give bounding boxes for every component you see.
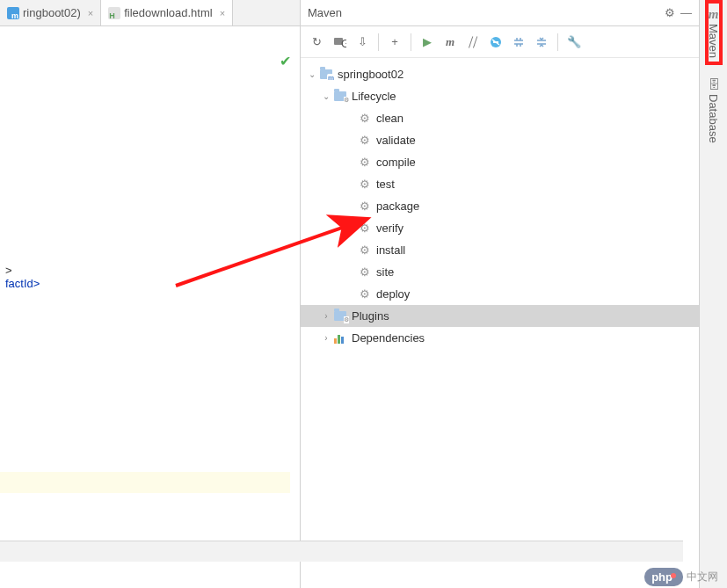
chevron-right-icon[interactable]: › [320, 311, 332, 321]
watermark: php 中文网 [644, 568, 718, 586]
tree-label: Lifecycle [352, 90, 396, 103]
tree-label: validate [376, 134, 416, 147]
folder-icon [332, 91, 348, 101]
tree-label: verify [376, 221, 403, 235]
maven-tree[interactable]: ⌄ springboot02 ⌄ Lifecycle ⚙ clean ⚙ val… [301, 58, 699, 588]
lifecycle-install[interactable]: ⚙ install [301, 239, 699, 261]
folder-icon [332, 311, 348, 321]
toggle-offline-button[interactable] [485, 32, 506, 53]
add-project-button[interactable]: + [384, 32, 405, 53]
html-file-icon [108, 7, 120, 19]
gear-icon: ⚙ [357, 134, 373, 147]
tree-plugins[interactable]: › Plugins [301, 305, 699, 327]
generate-sources-button[interactable]: G [329, 32, 350, 53]
gear-icon[interactable]: ⚙ [665, 6, 675, 19]
toggle-skip-tests-button[interactable]: ⧸⧸ [462, 32, 483, 53]
maven-toolbar: ↻ G ⇩ + ▶ m ⧸⧸ 🔧 [301, 26, 699, 58]
lifecycle-validate[interactable]: ⚙ validate [301, 129, 699, 151]
gear-icon: ⚙ [357, 221, 373, 235]
lifecycle-clean[interactable]: ⚙ clean [301, 107, 699, 129]
close-icon[interactable]: × [220, 8, 225, 18]
maven-file-icon [7, 7, 19, 19]
chevron-right-icon[interactable]: › [320, 333, 332, 343]
tree-label: compile [376, 156, 416, 169]
download-sources-button[interactable]: ⇩ [352, 32, 373, 53]
gear-icon: ⚙ [357, 200, 373, 213]
chevron-down-icon[interactable]: ⌄ [320, 91, 332, 101]
editor-tab-ringboot02[interactable]: ringboot02) × [0, 0, 101, 25]
maven-settings-button[interactable]: 🔧 [563, 32, 585, 53]
toolbar-separator [411, 33, 411, 51]
code-line: factId> [5, 277, 294, 290]
maven-panel-header: Maven ⚙ — [301, 0, 699, 26]
chevron-down-icon[interactable]: ⌄ [306, 69, 318, 79]
lifecycle-package[interactable]: ⚙ package [301, 195, 699, 217]
toolbar-separator [557, 33, 558, 51]
dependencies-icon [332, 333, 348, 344]
php-badge: php [644, 568, 683, 586]
tree-label: clean [376, 112, 403, 125]
run-button[interactable]: ▶ [417, 32, 438, 53]
gear-icon: ⚙ [357, 156, 373, 169]
lifecycle-test[interactable]: ⚙ test [301, 173, 699, 195]
tree-label: test [376, 178, 395, 191]
lifecycle-verify[interactable]: ⚙ verify [301, 217, 699, 239]
panel-title: Maven [308, 6, 342, 19]
reload-button[interactable]: ↻ [306, 32, 327, 53]
watermark-text: 中文网 [687, 570, 718, 584]
execute-goal-button[interactable]: m [440, 32, 461, 53]
code-line: > [5, 264, 294, 277]
gear-icon: ⚙ [357, 243, 373, 257]
tree-label: Plugins [352, 309, 389, 323]
tree-label: deploy [376, 287, 410, 301]
close-icon[interactable]: × [88, 8, 93, 18]
lifecycle-compile[interactable]: ⚙ compile [301, 151, 699, 173]
editor-tab-filedownload[interactable]: filedownload.html × [101, 0, 233, 25]
maven-panel: Maven ⚙ — ↻ G ⇩ + ▶ m ⧸⧸ [301, 0, 699, 588]
tree-label: springboot02 [338, 68, 403, 81]
svg-text:G: G [341, 37, 346, 49]
lifecycle-site[interactable]: ⚙ site [301, 261, 699, 283]
tab-label: filedownload.html [124, 6, 212, 19]
editor-content[interactable]: > factId> [0, 229, 300, 295]
sidebar-label: Maven [707, 24, 720, 58]
tree-label: package [376, 200, 419, 213]
gear-icon: ⚙ [357, 178, 373, 191]
minimize-icon[interactable]: — [680, 6, 692, 19]
editor-tabs-bar: ringboot02) × filedownload.html × [0, 0, 300, 26]
tree-label: install [376, 243, 405, 257]
sidebar-label: Database [707, 94, 720, 143]
maven-module-icon [318, 69, 334, 79]
tree-root-springboot02[interactable]: ⌄ springboot02 [301, 63, 699, 85]
status-bar [0, 541, 683, 562]
editor-highlight-strip [0, 472, 290, 493]
maven-icon: m [707, 7, 721, 21]
sidebar-item-database[interactable]: 🗄 Database [707, 72, 720, 149]
tree-label: site [376, 265, 394, 279]
expand-all-button[interactable] [508, 32, 529, 53]
lifecycle-deploy[interactable]: ⚙ deploy [301, 283, 699, 305]
database-icon: 🗄 [708, 77, 720, 91]
gear-icon: ⚙ [357, 112, 373, 125]
gear-icon: ⚙ [357, 287, 373, 301]
toolbar-separator [378, 33, 379, 51]
tree-lifecycle[interactable]: ⌄ Lifecycle [301, 85, 699, 107]
gear-icon: ⚙ [357, 265, 373, 279]
check-icon: ✔ [280, 53, 291, 69]
tree-dependencies[interactable]: › Dependencies [301, 327, 699, 349]
sidebar-item-maven[interactable]: m Maven [707, 2, 721, 63]
tree-label: Dependencies [352, 331, 425, 345]
tab-label: ringboot02) [23, 6, 81, 19]
right-tool-sidebar: m Maven 🗄 Database [699, 0, 727, 588]
collapse-all-button[interactable] [531, 32, 552, 53]
editor-area: ringboot02) × filedownload.html × ✔ > fa… [0, 0, 301, 588]
